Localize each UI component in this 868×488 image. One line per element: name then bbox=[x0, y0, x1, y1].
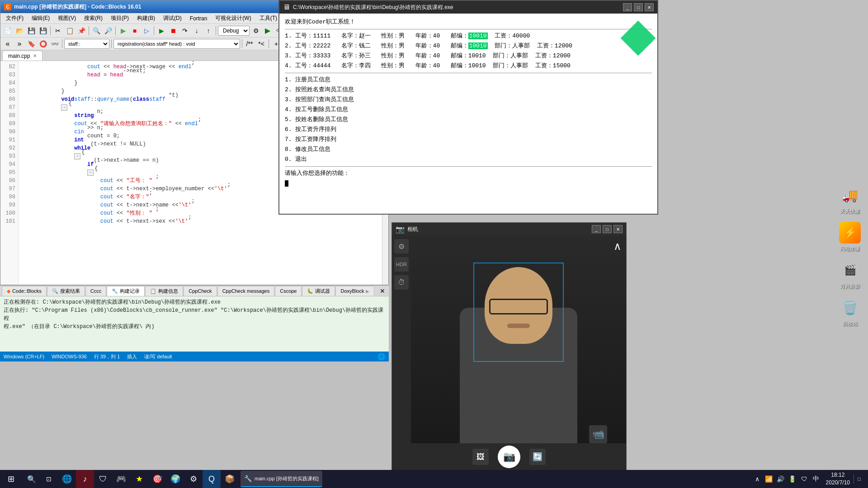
tray-input[interactable]: 中 bbox=[811, 474, 821, 483]
log-tab-cppcheck[interactable]: CppCheck bbox=[184, 286, 217, 296]
taskbar-epic-icon[interactable]: 🎯 bbox=[148, 470, 166, 488]
camera-timer-btn[interactable]: ⏱ bbox=[394, 275, 409, 290]
console-close[interactable]: ✕ bbox=[645, 3, 654, 11]
taskbar-netease-icon[interactable]: ♪ bbox=[76, 470, 94, 488]
save-btn[interactable]: 💾 bbox=[26, 25, 37, 36]
camera-video-btn[interactable]: 📹 bbox=[589, 425, 607, 443]
more-btn[interactable]: *< bbox=[256, 38, 267, 49]
cut-btn[interactable]: ✂ bbox=[52, 25, 63, 36]
menu-build[interactable]: 构建(B) bbox=[133, 14, 159, 23]
camera-settings-btn[interactable]: ⚙ bbox=[394, 239, 409, 253]
desktop-icon-delivery[interactable]: 🚚 天天快递 bbox=[835, 184, 864, 215]
build-btn[interactable]: ▶ bbox=[118, 25, 128, 36]
taskbar-time[interactable]: 18:12 2020/7/10 bbox=[826, 471, 850, 487]
bookmark-btn[interactable]: 🔖 bbox=[26, 38, 37, 49]
log-tab-build-info[interactable]: 📋 构建信息 bbox=[145, 286, 183, 296]
replace-btn[interactable]: 🔎 bbox=[103, 25, 113, 36]
log-tab-debugger[interactable]: 🐛 调试器 bbox=[302, 286, 335, 296]
menu-file[interactable]: 文件(F) bbox=[2, 14, 27, 23]
camera-bottom-controls: 🖼 📷 🔄 bbox=[392, 443, 626, 470]
camera-nav-up[interactable]: ∧ bbox=[613, 240, 622, 253]
taskbar-box-icon[interactable]: 📦 bbox=[221, 470, 239, 488]
console-minimize[interactable]: _ bbox=[623, 3, 632, 11]
debug-out-btn[interactable]: ↑ bbox=[203, 25, 214, 36]
show-desktop-btn[interactable]: □ bbox=[854, 474, 863, 483]
line-89: 89 bbox=[0, 120, 18, 128]
log-tab-build-log[interactable]: 🔧 构建记录 bbox=[107, 286, 145, 296]
build-target-select[interactable]: Debug bbox=[218, 26, 250, 36]
camera-gallery-btn[interactable]: 🖼 bbox=[472, 449, 489, 465]
desktop-icon-recycle[interactable]: 🗑️ 回收站 bbox=[835, 297, 864, 327]
taskbar-unity-icon[interactable]: ⚙ bbox=[184, 470, 203, 488]
log-tab-doxy[interactable]: DoxyBlock ▶ bbox=[335, 286, 374, 296]
new-file-btn[interactable]: 📄 bbox=[2, 25, 13, 36]
debug-next-btn[interactable]: ↷ bbox=[179, 25, 190, 36]
taskbar-steam-icon[interactable]: 🎮 bbox=[112, 470, 130, 488]
sep4 bbox=[154, 26, 154, 35]
menu-view[interactable]: 视图(V) bbox=[54, 14, 80, 23]
line-92: 92 bbox=[0, 144, 18, 152]
camera-close[interactable]: ✕ bbox=[613, 225, 623, 233]
log-tab-codeblocks[interactable]: ◆ Code::Blocks bbox=[2, 286, 47, 296]
ide-icon: C bbox=[4, 3, 11, 10]
save-all-btn[interactable]: 💾 bbox=[38, 25, 48, 36]
search-button[interactable]: 🔍 bbox=[24, 470, 40, 488]
taskbar-qq-icon[interactable]: Q bbox=[203, 470, 221, 488]
run-debug-btn[interactable]: ▶ bbox=[262, 25, 273, 36]
camera-minimize[interactable]: _ bbox=[592, 225, 601, 233]
tray-antivirus[interactable]: 🛡 bbox=[800, 474, 809, 483]
log-tab-search[interactable]: 🔍 搜索结果 bbox=[47, 286, 85, 296]
func-select[interactable]: registration(class staff* head) : void bbox=[113, 39, 240, 49]
breakpoint-btn[interactable]: ⭕ bbox=[38, 38, 48, 49]
tab-main-cpp[interactable]: main.cpp ✕ bbox=[2, 51, 42, 61]
date-display: 2020/7/10 bbox=[826, 479, 850, 487]
console-maximize[interactable]: □ bbox=[634, 3, 643, 11]
tray-battery[interactable]: 🔋 bbox=[788, 474, 797, 483]
menu-visual[interactable]: 可视化设计(W) bbox=[212, 14, 255, 23]
find-btn[interactable]: 🔍 bbox=[91, 25, 102, 36]
log-tab-cccc[interactable]: Cccc bbox=[85, 286, 106, 296]
settings-btn[interactable]: ⚙ bbox=[250, 25, 261, 36]
camera-switch-btn[interactable]: 🔄 bbox=[529, 449, 546, 465]
debug-stop-btn[interactable]: ⏹ bbox=[168, 25, 179, 36]
tray-up-arrow[interactable]: ∧ bbox=[753, 474, 762, 483]
debug-start-btn[interactable]: ▶ bbox=[156, 25, 167, 36]
taskbar-app-codeblocks[interactable]: 🔧 main.cpp [孙靖哲的实践课程] bbox=[241, 471, 322, 487]
status-line-ending: Windows (CR+LF) bbox=[4, 354, 44, 359]
watch-var-btn[interactable]: 👓 bbox=[49, 38, 60, 49]
tab-close-btn[interactable]: ✕ bbox=[33, 53, 37, 58]
tray-network[interactable]: 📶 bbox=[764, 474, 774, 483]
taskbar-ie-icon[interactable]: 🌐 bbox=[58, 470, 76, 488]
menu-tools[interactable]: 工具(T) bbox=[256, 14, 281, 23]
debug-into-btn[interactable]: ↓ bbox=[191, 25, 202, 36]
nav-forward-btn[interactable]: » bbox=[14, 38, 25, 49]
menu-edit[interactable]: 编辑(E) bbox=[28, 14, 53, 23]
code-complete-btn[interactable]: /** bbox=[244, 38, 255, 49]
start-button[interactable]: ⊞ bbox=[0, 470, 22, 488]
nav-back-btn[interactable]: « bbox=[2, 38, 13, 49]
open-btn[interactable]: 📂 bbox=[14, 25, 25, 36]
log-panel-close[interactable]: ✕ bbox=[378, 286, 387, 296]
menu-project[interactable]: 项目(P) bbox=[107, 14, 132, 23]
log-tab-cppcheck-msg[interactable]: CppCheck messages bbox=[217, 286, 275, 296]
camera-hdr-btn[interactable]: HDR bbox=[394, 257, 409, 272]
taskbar-qihu-icon[interactable]: 🛡 bbox=[94, 470, 112, 488]
camera-view: ∧ bbox=[411, 235, 626, 443]
taskbar-chrome-icon[interactable]: 🌍 bbox=[166, 470, 184, 488]
menu-debug[interactable]: 调试(D) bbox=[160, 14, 185, 23]
desktop-icon-video[interactable]: 🎬 万兴影影 bbox=[835, 259, 864, 290]
stop-btn[interactable]: ■ bbox=[129, 25, 140, 36]
taskbar-qzone-icon[interactable]: ★ bbox=[130, 470, 148, 488]
camera-shutter-btn[interactable]: 📷 bbox=[498, 446, 520, 468]
class-select[interactable]: staff:: bbox=[64, 39, 109, 49]
menu-fortran[interactable]: Fortran bbox=[186, 14, 211, 23]
task-view-btn[interactable]: ⊡ bbox=[40, 470, 58, 488]
tray-sound[interactable]: 🔊 bbox=[776, 474, 785, 483]
menu-search[interactable]: 搜索(R) bbox=[80, 14, 106, 23]
copy-btn[interactable]: 📋 bbox=[64, 25, 75, 36]
desktop-icon-flash[interactable]: ⚡ 闪电加速 bbox=[835, 222, 864, 252]
camera-maximize[interactable]: □ bbox=[603, 225, 612, 233]
log-tab-cscope[interactable]: Cscope bbox=[275, 286, 302, 296]
run-btn[interactable]: ▷ bbox=[141, 25, 152, 36]
paste-btn[interactable]: 📌 bbox=[76, 25, 87, 36]
